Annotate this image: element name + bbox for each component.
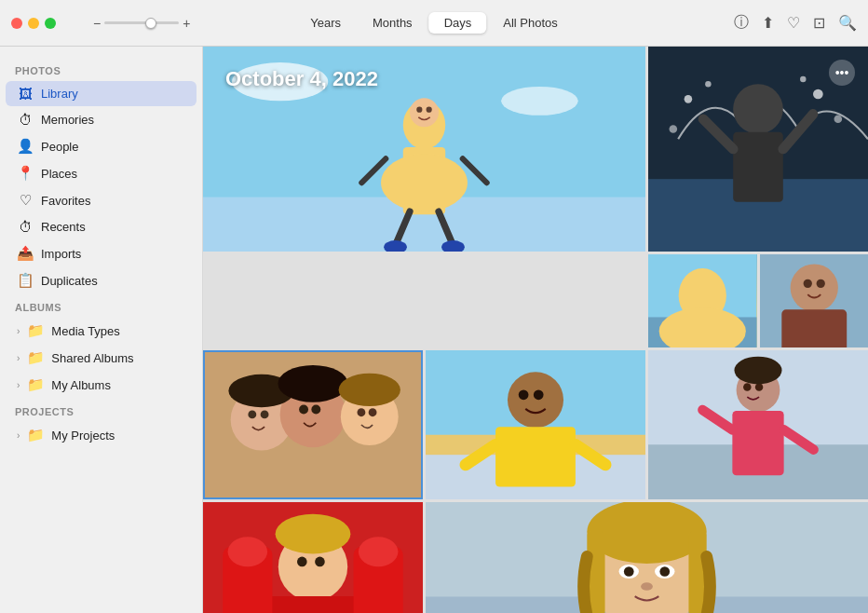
sidebar-item-recents[interactable]: ⏱ Recents: [6, 214, 197, 239]
svg-point-47: [369, 408, 377, 416]
svg-point-36: [803, 279, 811, 288]
svg-point-74: [228, 537, 268, 566]
sidebar-item-library-label: Library: [41, 87, 78, 101]
minimize-button[interactable]: [28, 18, 39, 29]
svg-point-22: [685, 95, 693, 103]
maximize-button[interactable]: [45, 18, 56, 29]
svg-rect-19: [733, 132, 783, 202]
chevron-right-icon: ›: [17, 353, 20, 363]
sidebar-item-people[interactable]: 👤 People: [6, 133, 197, 159]
tab-years[interactable]: Years: [295, 12, 356, 34]
my-projects-icon: 📁: [27, 427, 44, 443]
photo-cell-beach-dancer[interactable]: [648, 350, 868, 499]
svg-point-75: [359, 537, 399, 566]
tab-days[interactable]: Days: [429, 12, 487, 34]
photo-cell-main[interactable]: October 4, 2022: [203, 47, 645, 252]
toolbar-right: ⓘ ⬆ ♡ ⊡ 🔍: [734, 13, 857, 33]
sidebar-item-imports-label: Imports: [41, 247, 81, 261]
favorites-icon: ♡: [17, 192, 34, 209]
sidebar-item-imports[interactable]: 📤 Imports: [6, 240, 197, 266]
projects-section-label: Projects: [0, 399, 202, 421]
sidebar-item-my-projects-label: My Projects: [51, 429, 115, 443]
sidebar-item-places-label: Places: [41, 167, 77, 181]
heart-icon[interactable]: ♡: [787, 14, 800, 32]
svg-point-87: [624, 566, 634, 577]
sidebar-item-duplicates[interactable]: 📋 Duplicates: [6, 267, 197, 293]
svg-point-57: [534, 389, 544, 400]
svg-point-23: [813, 89, 823, 100]
share-icon[interactable]: ⬆: [762, 14, 774, 32]
sidebar-item-favorites[interactable]: ♡ Favorites: [6, 187, 197, 213]
sidebar-item-my-albums-label: My Albums: [51, 378, 111, 392]
svg-point-27: [834, 116, 843, 124]
albums-section-label: Albums: [0, 294, 202, 317]
sidebar-item-recents-label: Recents: [41, 220, 86, 234]
svg-point-18: [733, 84, 783, 134]
svg-point-40: [248, 411, 256, 419]
photo-cell-mid-right[interactable]: [760, 254, 869, 347]
sidebar-item-library[interactable]: 🖼 Library: [6, 81, 197, 106]
people-icon: 👤: [17, 138, 34, 155]
svg-point-49: [278, 365, 347, 402]
sidebar-item-media-types-label: Media Types: [51, 324, 119, 338]
sidebar-item-memories[interactable]: ⏱ Memories: [6, 107, 197, 132]
sidebar-item-places[interactable]: 📍 Places: [6, 160, 197, 186]
svg-point-41: [261, 411, 269, 419]
svg-point-77: [315, 557, 325, 567]
svg-point-66: [743, 383, 752, 391]
sidebar-item-shared-albums[interactable]: › 📁 Shared Albums: [6, 345, 197, 371]
chevron-right-icon: ›: [17, 430, 20, 441]
info-icon[interactable]: ⓘ: [734, 13, 749, 33]
view-tabs: Years Months Days All Photos: [295, 12, 573, 34]
zoom-out-icon[interactable]: −: [93, 16, 101, 31]
zoom-slider-area: − +: [93, 16, 190, 31]
svg-point-26: [670, 125, 678, 133]
tab-all-photos[interactable]: All Photos: [488, 12, 573, 34]
zoom-slider[interactable]: [104, 21, 179, 24]
photo-cell-three-friends[interactable]: [203, 350, 423, 499]
sidebar-item-my-albums[interactable]: › 📁 My Albums: [6, 372, 197, 398]
shared-albums-icon: 📁: [27, 349, 44, 366]
svg-point-44: [311, 404, 320, 414]
svg-point-15: [427, 107, 432, 113]
photo-cell-mid-left[interactable]: [648, 254, 757, 347]
svg-point-24: [705, 81, 711, 87]
svg-point-3: [501, 87, 578, 116]
main-content: Photos 🖼 Library ⏱ Memories 👤 People 📍 P…: [0, 47, 868, 613]
photo-cell-mid-pair: [648, 254, 868, 347]
svg-point-46: [358, 408, 366, 416]
close-button[interactable]: [11, 18, 22, 29]
svg-point-37: [816, 279, 824, 288]
media-types-icon: 📁: [27, 322, 44, 339]
sidebar-item-my-projects[interactable]: › 📁 My Projects: [6, 422, 197, 448]
more-options-button[interactable]: •••: [829, 60, 855, 86]
svg-point-67: [755, 383, 764, 391]
svg-point-78: [276, 514, 351, 554]
search-icon[interactable]: 🔍: [838, 14, 857, 32]
sidebar-item-media-types[interactable]: › 📁 Media Types: [6, 318, 197, 344]
sidebar-item-favorites-label: Favorites: [41, 194, 90, 208]
svg-point-89: [659, 566, 670, 577]
sidebar-item-duplicates-label: Duplicates: [41, 274, 98, 288]
my-albums-icon: 📁: [27, 376, 44, 393]
photo-cell-beach-man[interactable]: [426, 350, 645, 499]
svg-rect-55: [495, 427, 576, 486]
svg-point-14: [416, 107, 422, 113]
zoom-in-icon[interactable]: +: [183, 16, 190, 31]
tab-months[interactable]: Months: [358, 12, 427, 34]
crop-icon[interactable]: ⊡: [813, 14, 825, 32]
svg-point-68: [734, 357, 781, 385]
photo-cell-blonde-closeup[interactable]: [426, 502, 868, 613]
chevron-right-icon: ›: [17, 380, 20, 390]
svg-rect-63: [732, 411, 783, 475]
chevron-right-icon: ›: [17, 326, 20, 336]
titlebar: − + Years Months Days All Photos ⓘ ⬆ ♡ ⊡…: [0, 0, 868, 47]
duplicates-icon: 📋: [17, 272, 34, 289]
imports-icon: 📤: [17, 245, 34, 262]
sidebar: Photos 🖼 Library ⏱ Memories 👤 People 📍 P…: [0, 47, 203, 613]
photo-cell-top-right[interactable]: •••: [648, 47, 868, 252]
svg-point-13: [410, 98, 439, 127]
svg-point-25: [800, 76, 806, 82]
photo-cell-red-sleeves[interactable]: [203, 502, 423, 613]
photos-section-label: Photos: [0, 58, 202, 80]
